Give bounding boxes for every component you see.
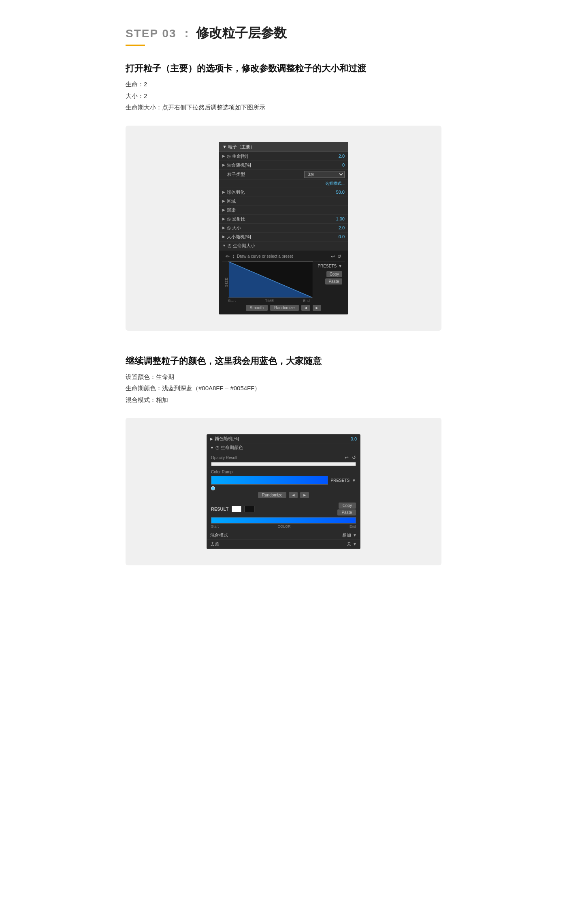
undo-icon[interactable]: ↩: [331, 254, 335, 259]
arrow-spherical: ▶: [222, 190, 225, 194]
panel-row-select-mode: 选择模式...: [219, 180, 348, 188]
blend-mode-select: 相加 ▼: [342, 532, 357, 538]
opacity-redo-icon[interactable]: ↺: [352, 455, 356, 460]
param-lifetime-color: 生命期颜色：浅蓝到深蓝（#00A8FF – #0054FF）: [126, 383, 441, 394]
ramp-randomize-btn[interactable]: Randomize: [258, 492, 287, 498]
ramp-presets-label: PRESETS: [330, 478, 350, 483]
color-ramp-bar: [211, 476, 328, 485]
redo-icon[interactable]: ↺: [337, 254, 341, 259]
arrow-render: ▶: [222, 208, 225, 212]
presets-label: PRESETS: [318, 264, 337, 268]
panel-row-size-random: ▶ 大小随机[%] 0.0: [219, 233, 348, 242]
presets-arrow: ▼: [338, 264, 342, 268]
panel-row-lifetime-size: ▼ ◷ 生命期大小: [219, 242, 348, 250]
opacity-icons: ↩ ↺: [345, 455, 356, 460]
result-swatch-black: [245, 506, 254, 512]
result-row: RESULT Copy Paste: [211, 503, 356, 515]
blend-arrow: ▼: [353, 533, 357, 537]
arrow-emit: ▶: [222, 217, 225, 221]
curve-draw-icon: ⌇: [232, 254, 234, 259]
desoft-select: 关 ▼: [347, 541, 357, 547]
result-labels: Start COLOR End: [211, 524, 356, 528]
panel-row-type: 粒子类型 3粒: [219, 170, 348, 180]
curve-side-btns: PRESETS ▼ Copy Paste: [315, 261, 345, 303]
step-colon: ：: [181, 26, 192, 41]
curve-bottom-btns: Smooth Randomize ◄ ►: [222, 303, 345, 312]
panel-row-spherical: ▶ 球体羽化 50.0: [219, 188, 348, 197]
ramp-btns: Randomize ◄ ►: [211, 492, 356, 498]
step-header: STEP 03 ： 修改粒子层参数: [126, 24, 441, 42]
opacity-bar: [211, 462, 356, 466]
param-color-set: 设置颜色：生命期: [126, 371, 441, 383]
section1-heading: 打开粒子（主要）的选项卡，修改参数调整粒子的大小和过渡: [126, 62, 441, 75]
arrow-life: ▶: [222, 154, 225, 158]
left-arr-button[interactable]: ◄: [301, 305, 310, 311]
ramp-indicator-left: [211, 486, 215, 490]
step-title: 修改粒子层参数: [196, 24, 287, 42]
image-box-2: ▶ 颜色随机[%] 0.0 ▼ ◷ 生命期颜色 Opacity Result ↩…: [126, 418, 441, 565]
curve-time-labels: Start TIME End: [222, 298, 315, 303]
curve-svg: [228, 261, 313, 298]
panel-title: ▼ 粒子（主要）: [219, 142, 348, 152]
arrow-zone: ▶: [222, 199, 225, 203]
panel-row-size-val: ▶ ◷ 大小 2.0: [219, 224, 348, 233]
arrow-liferandom: ▶: [222, 163, 225, 167]
result-gradient-bar: [211, 517, 356, 524]
param-blend-mode: 混合模式：相加: [126, 394, 441, 406]
result-copy-paste: Copy Paste: [337, 503, 356, 515]
result-section: RESULT Copy Paste Start COLOR End: [207, 500, 360, 531]
panel-row-zone: ▶ 区域: [219, 197, 348, 206]
param-lifetime-size: 生命期大小：点开右侧下拉然后调整选项如下图所示: [126, 102, 441, 113]
right-arr-button[interactable]: ►: [313, 305, 322, 311]
arrow-lifetime-size: ▼: [222, 244, 226, 248]
ramp-indicators: [211, 486, 356, 490]
ramp-right-arr[interactable]: ►: [300, 492, 309, 498]
color-row-random: ▶ 颜色随机[%] 0.0: [207, 434, 360, 443]
pencil-icon: ✏: [226, 254, 230, 259]
panel-row-emit: ▶ ◷ 发射比 1.00: [219, 215, 348, 224]
randomize-button[interactable]: Randomize: [270, 305, 299, 311]
blend-value: 相加: [342, 532, 351, 538]
presets-row: PRESETS ▼: [318, 264, 342, 268]
param-life: 生命：2: [126, 79, 441, 90]
footer-blend: 混合模式 相加 ▼: [207, 531, 360, 540]
param-size: 大小：2: [126, 90, 441, 102]
curve-toolbar-label: Draw a curve or select a preset: [237, 254, 328, 259]
arrow-sizer: ▶: [222, 235, 225, 239]
result-copy-btn[interactable]: Copy: [339, 503, 356, 509]
start-label: Start: [228, 299, 236, 303]
section2-heading: 继续调整粒子的颜色，这里我会用蓝色，大家随意: [126, 355, 441, 367]
curve-main: SIZE Start TIME End: [222, 261, 345, 303]
desoft-arrow: ▼: [353, 542, 357, 546]
curve-section: ✏ ⌇ Draw a curve or select a preset ↩ ↺ …: [219, 250, 348, 314]
arrow-size: ▶: [222, 226, 225, 230]
image-box-1: ▼ 粒子（主要） ▶ ◷ 生命[秒] 2.0 ▶ 生命随机[%] 0 粒子类型 …: [126, 126, 441, 331]
panel-row-render: ▶ 渲染: [219, 206, 348, 215]
time-axis-label: TIME: [265, 299, 274, 303]
opacity-label: Opacity Result: [211, 456, 237, 460]
result-end: End: [350, 524, 356, 528]
step-underline: [126, 45, 145, 46]
paste-button[interactable]: Paste: [325, 278, 342, 284]
section2-params: 设置颜色：生命期 生命期颜色：浅蓝到深蓝（#00A8FF – #0054FF） …: [126, 371, 441, 406]
copy-button[interactable]: Copy: [326, 271, 342, 277]
panel-row-liferandom: ▶ 生命随机[%] 0: [219, 161, 348, 170]
result-start: Start: [211, 524, 219, 528]
panel-1: ▼ 粒子（主要） ▶ ◷ 生命[秒] 2.0 ▶ 生命随机[%] 0 粒子类型 …: [219, 142, 348, 314]
panel-title-text: ▼ 粒子（主要）: [222, 144, 255, 150]
ramp-row: PRESETS ▼: [211, 476, 356, 485]
result-label: RESULT: [211, 507, 228, 511]
ramp-section: Color Ramp PRESETS ▼ Randomize ◄ ►: [207, 468, 360, 500]
footer-desoft: 去柔 关 ▼: [207, 540, 360, 549]
ramp-presets-arrow: ▼: [352, 478, 356, 483]
particle-type-dropdown[interactable]: 3粒: [304, 171, 345, 178]
opacity-undo-icon[interactable]: ↩: [345, 455, 349, 460]
color-row-lifetime: ▼ ◷ 生命期颜色: [207, 443, 360, 452]
smooth-button[interactable]: Smooth: [246, 305, 268, 311]
result-paste-btn[interactable]: Paste: [337, 509, 356, 515]
curve-plot-area: SIZE Start TIME End: [222, 261, 315, 303]
result-swatch-white: [232, 506, 241, 512]
panel-row-life: ▶ ◷ 生命[秒] 2.0: [219, 152, 348, 161]
color-panel: ▶ 颜色随机[%] 0.0 ▼ ◷ 生命期颜色 Opacity Result ↩…: [207, 434, 360, 549]
ramp-left-arr[interactable]: ◄: [289, 492, 298, 498]
